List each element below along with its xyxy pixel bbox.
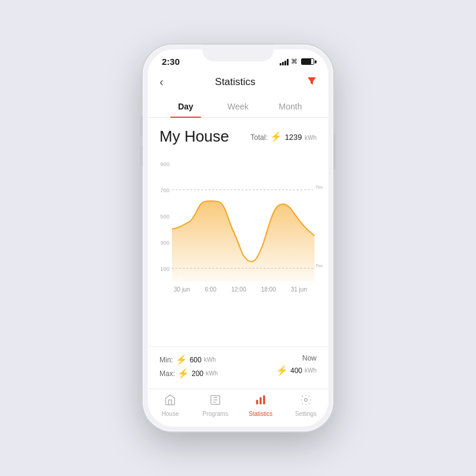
svg-point-5 [305,399,308,402]
y-label-100: 100 [160,266,169,272]
back-button[interactable]: ‹ [159,75,164,89]
page-title: Statistics [215,76,255,88]
svg-rect-4 [263,396,265,405]
max-lightning-icon: ⚡ [177,368,189,379]
tab-day[interactable]: Day [159,96,212,117]
y-label-500: 500 [160,214,169,220]
house-icon [164,394,176,409]
filter-icon [307,76,317,86]
x-label-0: 30 jun [174,286,190,293]
x-label-1: 6:00 [205,286,216,293]
chart-header: My House Total: ⚡ 1239 kWh [148,118,328,151]
svg-rect-3 [259,397,261,405]
settings-icon [300,394,312,409]
nav-item-house[interactable]: House [148,394,193,417]
max-label: Max: [159,369,175,378]
min-label: Min: [159,356,173,364]
min-lightning-icon: ⚡ [176,354,187,365]
nav-label-settings: Settings [295,411,317,417]
tab-month[interactable]: Month [264,96,317,117]
too-much-label: Too much [316,185,324,190]
nav-item-programs[interactable]: Programs [193,394,238,417]
wifi-icon: ⌘ [291,58,298,65]
nav-label-statistics: Statistics [249,411,273,417]
total-unit: kWh [305,134,317,141]
svg-marker-0 [308,77,316,84]
content: My House Total: ⚡ 1239 kWh 900 700 [148,118,328,389]
now-section: Now ⚡ 400 kWh [276,354,317,378]
notch [202,45,274,61]
now-label: Now [276,354,317,362]
statistics-icon [255,394,267,409]
nav-label-house: House [162,411,179,417]
y-label-900: 900 [160,161,169,167]
now-unit: kWh [305,367,317,374]
max-unit: kWh [206,370,218,377]
bottom-nav: House Programs [148,389,328,427]
filter-button[interactable] [307,76,317,88]
total-section: Total: ⚡ 1239 kWh [250,131,317,142]
min-unit: kWh [204,356,216,363]
signal-icon [280,58,289,65]
y-label-300: 300 [160,240,169,246]
chart-container: 900 700 500 300 100 Too much Too low [148,151,328,346]
status-time: 2:30 [162,57,180,67]
x-label-3: 18:00 [261,286,276,293]
min-value: 600 [190,356,202,364]
max-value: 200 [192,369,203,378]
nav-item-statistics[interactable]: Statistics [238,394,283,417]
nav-item-settings[interactable]: Settings [283,394,328,417]
battery-icon [301,58,314,65]
tabs: Day Week Month [148,96,328,118]
x-label-4: 31 jun [291,286,307,293]
min-max-section: Min: ⚡ 600 kWh Max: ⚡ 200 kWh [159,354,218,381]
x-label-2: 12:00 [231,286,246,293]
now-lightning-icon: ⚡ [276,365,288,376]
x-labels: 30 jun 6:00 12:00 18:00 31 jun [152,284,324,295]
chart-svg: 900 700 500 300 100 Too much Too low [152,151,324,281]
programs-icon [209,394,221,409]
too-low-label: Too low [316,264,324,268]
lightning-icon: ⚡ [270,131,282,142]
tab-week[interactable]: Week [212,96,264,117]
chart-title: My House [159,127,229,146]
now-stat: ⚡ 400 kWh [276,365,317,376]
nav-label-programs: Programs [202,411,228,417]
total-value: 1239 [285,133,302,142]
max-stat: Max: ⚡ 200 kWh [159,368,218,379]
header: ‹ Statistics [148,70,328,96]
min-stat: Min: ⚡ 600 kWh [159,354,218,365]
total-prefix: Total: [250,133,268,142]
now-value: 400 [290,367,302,375]
stats-footer: Min: ⚡ 600 kWh Max: ⚡ 200 kWh Now [148,346,328,389]
svg-rect-2 [256,400,258,405]
y-label-700: 700 [160,187,169,193]
status-icons: ⌘ [280,58,314,65]
